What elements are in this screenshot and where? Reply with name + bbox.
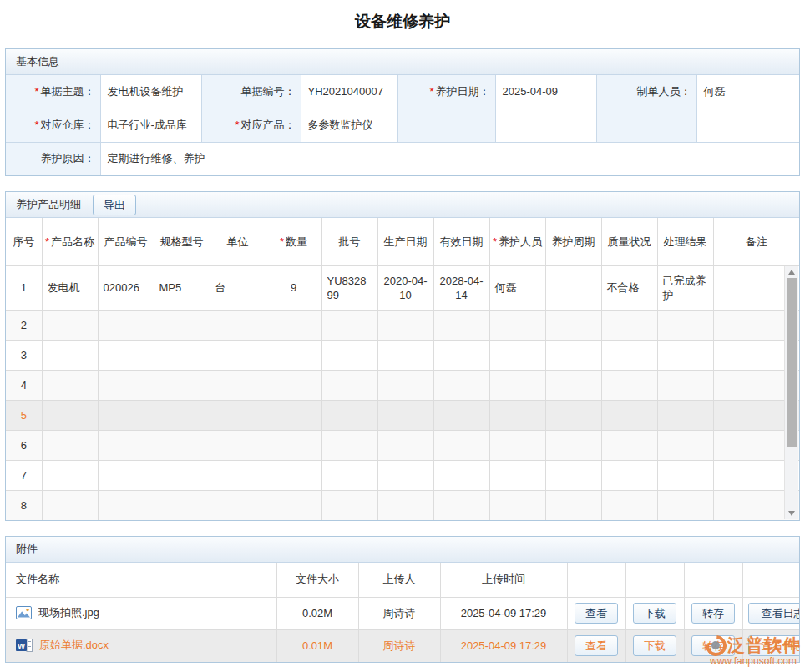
detail-row[interactable]: 6 (6, 430, 799, 460)
row-number-cell: 8 (6, 490, 42, 520)
detail-cell (377, 370, 433, 400)
scrollbar-thumb[interactable] (787, 278, 797, 447)
view-button[interactable]: 查看 (575, 635, 618, 656)
detail-row[interactable]: 7 (6, 460, 799, 490)
detail-row[interactable]: 8 (6, 490, 799, 520)
detail-cell (210, 400, 266, 430)
action-cell: 查看 (567, 629, 625, 662)
image-icon (16, 606, 32, 619)
detail-cell (657, 310, 713, 340)
row-number-cell: 4 (6, 370, 42, 400)
detail-cell (601, 430, 657, 460)
detail-cell (321, 460, 377, 490)
detail-cell (601, 310, 657, 340)
column-header: 有效日期 (433, 218, 489, 265)
transfer-button[interactable]: 转存 (691, 603, 735, 624)
detail-cell (601, 460, 657, 490)
column-header: *产品名称 (42, 218, 98, 265)
action-cell: 转存 (684, 629, 742, 662)
svg-text:W: W (18, 640, 25, 649)
detail-cell: YU832899 (321, 265, 377, 310)
detail-cell (489, 490, 545, 520)
detail-cell (42, 400, 98, 430)
detail-cell: 020026 (98, 265, 154, 310)
scroll-down-icon[interactable] (785, 508, 798, 519)
detail-cell (657, 430, 713, 460)
view-log-button[interactable]: 查看日志 (748, 635, 800, 656)
basic-info-row: *单据主题： 发电机设备维护 单据编号： YH2021040007 *养护日期：… (6, 75, 799, 109)
scroll-up-icon[interactable] (785, 266, 798, 278)
action-cell: 转存 (684, 597, 742, 629)
detail-row[interactable]: 5 (6, 400, 799, 430)
file-name-link[interactable]: 现场拍照.jpg (38, 605, 99, 620)
detail-cell (601, 370, 657, 400)
detail-cell (210, 490, 266, 520)
field-label-empty (596, 109, 696, 142)
field-value-empty (696, 109, 799, 142)
detail-cell (489, 430, 545, 460)
detail-cell (377, 400, 433, 430)
detail-cell (377, 460, 433, 490)
file-name-cell: 现场拍照.jpg (6, 597, 276, 629)
field-label-reason: 养护原因： (6, 142, 100, 175)
detail-cell (321, 370, 377, 400)
detail-cell (154, 430, 210, 460)
attachment-row[interactable]: W 原始单据.docx0.01M周诗诗2025-04-09 17:29查看下载转… (6, 629, 799, 662)
column-header: 质量状况 (601, 218, 657, 265)
transfer-button[interactable]: 转存 (691, 635, 735, 656)
detail-cell (377, 490, 433, 520)
basic-info-section-header: 基本信息 (6, 49, 799, 75)
view-log-button[interactable]: 查看日志 (748, 603, 800, 624)
detail-cell (545, 370, 601, 400)
action-cell: 查看 (567, 597, 625, 629)
attachments-section-header: 附件 (6, 537, 799, 563)
detail-cell (657, 370, 713, 400)
column-header-empty (742, 563, 799, 597)
detail-cell (377, 430, 433, 460)
detail-cell (433, 490, 489, 520)
word-icon: W (16, 639, 33, 652)
detail-cell (433, 430, 489, 460)
attachment-row[interactable]: 现场拍照.jpg0.02M周诗诗2025-04-09 17:29查看下载转存查看… (6, 597, 799, 629)
column-header: 规格型号 (154, 218, 210, 265)
detail-panel: 养护产品明细 导出 序号*产品名称产品编号规格型号单位*数量批号生产日期有效日期… (5, 191, 800, 521)
detail-cell (98, 370, 154, 400)
detail-cell (42, 460, 98, 490)
detail-cell (98, 460, 154, 490)
column-header-empty (625, 563, 684, 597)
view-button[interactable]: 查看 (575, 603, 618, 624)
field-value-warehouse: 电子行业-成品库 (100, 109, 201, 142)
field-label-maintain-date: *养护日期： (397, 75, 495, 109)
field-value-maintain-date: 2025-04-09 (495, 75, 596, 109)
field-value-reason: 定期进行维修、养护 (100, 142, 799, 175)
download-button[interactable]: 下载 (633, 603, 676, 624)
field-label-empty (397, 109, 495, 142)
detail-cell (433, 340, 489, 370)
vertical-scrollbar[interactable] (784, 266, 798, 519)
row-number-cell: 1 (6, 265, 42, 310)
column-header: *数量 (266, 218, 321, 265)
uploader: 周诗诗 (358, 629, 440, 662)
detail-row[interactable]: 1发电机020026MP5台9YU8328992020-04-102028-04… (6, 265, 799, 310)
detail-cell: 2020-04-10 (377, 265, 433, 310)
detail-cell (210, 340, 266, 370)
required-asterisk: * (280, 235, 284, 248)
field-label-creator: 制单人员： (596, 75, 696, 109)
column-header-file-name: 文件名称 (6, 563, 276, 597)
download-button[interactable]: 下载 (633, 635, 676, 656)
file-name-link[interactable]: 原始单据.docx (39, 638, 109, 653)
detail-cell: 台 (210, 265, 266, 310)
detail-cell (377, 340, 433, 370)
required-asterisk: * (45, 235, 49, 248)
detail-cell (42, 310, 98, 340)
column-header: 批号 (321, 218, 377, 265)
required-asterisk: * (235, 119, 239, 131)
detail-cell (42, 340, 98, 370)
detail-row[interactable]: 2 (6, 310, 799, 340)
detail-row[interactable]: 3 (6, 340, 799, 370)
file-name-cell: W 原始单据.docx (6, 629, 276, 662)
detail-cell (657, 490, 713, 520)
detail-row[interactable]: 4 (6, 370, 799, 400)
row-number-cell: 6 (6, 430, 42, 460)
export-button[interactable]: 导出 (93, 195, 136, 215)
